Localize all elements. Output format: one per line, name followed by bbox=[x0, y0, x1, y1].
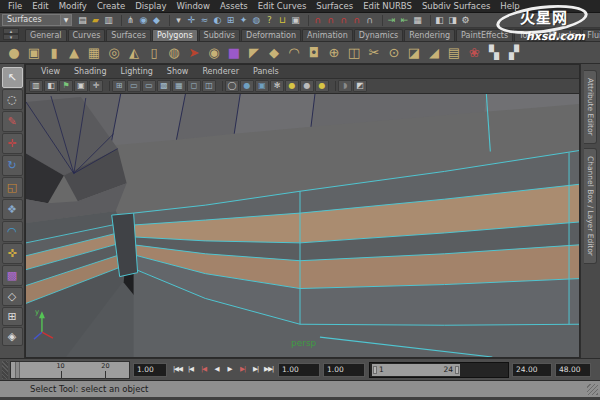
menu-mode-dropdown-icon[interactable]: ▼ bbox=[60, 14, 72, 26]
status-icon-mask-rendering[interactable]: ◍ bbox=[250, 14, 263, 27]
status-icon-mask-miscellaneous[interactable]: ? bbox=[263, 14, 276, 27]
playback-button-step-back-key[interactable]: |◀ bbox=[197, 363, 210, 377]
panel-menu-shading[interactable]: Shading bbox=[67, 68, 114, 76]
current-frame-marker[interactable] bbox=[15, 362, 20, 378]
shelf-icon-merge-vertices[interactable]: ⊙ bbox=[384, 43, 404, 62]
menu-surfaces[interactable]: Surfaces bbox=[311, 2, 358, 11]
shelf-icon-polygon-prism[interactable]: ◭ bbox=[124, 43, 144, 62]
status-icon-construction-history[interactable]: ▦ bbox=[411, 14, 424, 27]
shelf-icon-extrude[interactable]: ◤ bbox=[244, 43, 264, 62]
tool-lasso-select-tool[interactable]: ◌ bbox=[2, 89, 23, 110]
panel-toolbar-icon-lights-all[interactable]: ● bbox=[315, 80, 329, 92]
sidebar-tab-attribute-editor[interactable]: Attribute Editor bbox=[584, 70, 597, 144]
playback-end-field[interactable]: 24.00 bbox=[512, 363, 552, 377]
shelf-tab-deformation[interactable]: Deformation bbox=[241, 29, 301, 41]
shelf-icon-polygon-cone[interactable]: ▲ bbox=[64, 43, 84, 62]
shelf-icon-polygon-pipe[interactable]: ▯ bbox=[144, 43, 164, 62]
shelf-icon-split-polygon-tool[interactable]: ✂ bbox=[364, 43, 384, 62]
shelf-tab-dynamics[interactable]: Dynamics bbox=[354, 29, 403, 41]
status-icon-highlight-selection[interactable]: ▣ bbox=[289, 14, 302, 27]
menu-file[interactable]: File bbox=[3, 2, 27, 11]
menu-mode-selector[interactable]: Surfaces bbox=[2, 14, 60, 26]
panel-toolbar-icon-wireframe-display[interactable]: ◯ bbox=[225, 80, 239, 92]
tool-universal-manipulator-tool[interactable]: ❖ bbox=[2, 199, 23, 220]
menu-display[interactable]: Display bbox=[130, 2, 171, 11]
sidebar-tab-channel-box-layer-editor[interactable]: Channel Box / Layer Editor bbox=[584, 148, 597, 264]
range-slider[interactable]: 1 24 bbox=[369, 362, 509, 378]
status-icon-mask-points[interactable]: ✛ bbox=[185, 14, 198, 27]
shelf-icon-polygon-torus[interactable]: ◎ bbox=[104, 43, 124, 62]
status-icon-input-connections[interactable]: ⇥ bbox=[385, 14, 398, 27]
playback-button-step-forward-frame[interactable]: ▶| bbox=[249, 363, 262, 377]
tool-select-tool[interactable]: ↖ bbox=[2, 67, 23, 88]
menu-edit-nurbs[interactable]: Edit NURBS bbox=[358, 2, 417, 11]
status-icon-mask-dropdown[interactable]: ▾ bbox=[172, 14, 185, 27]
status-icon-snap-to-point[interactable]: ∩ bbox=[337, 14, 350, 27]
current-time-field[interactable]: 1.00 bbox=[133, 363, 167, 377]
panel-toolbar-icon-shadows[interactable]: ◗ bbox=[338, 80, 352, 92]
shelf-icon-separate[interactable]: ◫ bbox=[344, 43, 364, 62]
shelf-tab-animation[interactable]: Animation bbox=[302, 29, 353, 41]
shelf-icon-polygon-cylinder[interactable]: ▮ bbox=[44, 43, 64, 62]
panel-toolbar-icon-camera-attributes[interactable]: ◧ bbox=[44, 80, 58, 92]
range-start-grip[interactable] bbox=[373, 366, 377, 374]
playback-button-go-to-start[interactable]: |◀◀ bbox=[171, 363, 184, 377]
playback-button-step-back-frame[interactable]: |◀ bbox=[184, 363, 197, 377]
time-slider[interactable]: 10 20 bbox=[10, 361, 130, 379]
window-resize-grip[interactable] bbox=[587, 384, 598, 395]
panel-toolbar-icon-image-plane[interactable]: ▣ bbox=[74, 80, 88, 92]
panel-menu-lighting[interactable]: Lighting bbox=[113, 68, 159, 76]
shelf-icon-polygon-cube[interactable]: ▣ bbox=[24, 43, 44, 62]
status-icon-mask-surfaces[interactable]: ◐ bbox=[211, 14, 224, 27]
status-icon-render-settings[interactable]: ⚙ bbox=[459, 14, 472, 27]
status-icon-open-scene[interactable]: ▰ bbox=[89, 14, 102, 27]
status-icon-mask-deformations[interactable]: ⊞ bbox=[224, 14, 237, 27]
panel-menu-view[interactable]: View bbox=[34, 68, 67, 76]
panel-toolbar-icon-safe-action[interactable]: ◻ bbox=[187, 80, 201, 92]
panel-toolbar-icon-safe-title[interactable]: ◫ bbox=[202, 80, 216, 92]
panel-menu-panels[interactable]: Panels bbox=[246, 68, 286, 76]
panel-toolbar-icon-grid[interactable]: ⊞ bbox=[112, 80, 126, 92]
viewport-3d-scene[interactable]: persp y bbox=[26, 94, 579, 357]
panel-toolbar-icon-select-camera[interactable]: ▥ bbox=[29, 80, 43, 92]
panel-toolbar-icon-field-chart[interactable]: ▦ bbox=[172, 80, 186, 92]
shelf-icon-boolean-union[interactable]: ◘ bbox=[304, 43, 324, 62]
shelf-tab-subdivs[interactable]: Subdivs bbox=[199, 29, 240, 41]
shelf-tab-rendering[interactable]: Rendering bbox=[404, 29, 455, 41]
panel-toolbar-icon-textured-display[interactable]: ▣ bbox=[255, 80, 269, 92]
status-icon-snap-to-view-plane[interactable]: ∩ bbox=[350, 14, 363, 27]
shelf-icon-polygon-helix[interactable]: ◍ bbox=[164, 43, 184, 62]
status-icon-save-scene[interactable]: ▥ bbox=[102, 14, 115, 27]
range-end-grip[interactable] bbox=[455, 366, 459, 374]
status-icon-new-scene[interactable]: ▤ bbox=[76, 14, 89, 27]
status-icon-mask-curves[interactable]: ≈ bbox=[198, 14, 211, 27]
status-icon-ipr-render[interactable]: ◨ bbox=[446, 14, 459, 27]
panel-toolbar-icon-smooth-shade-display[interactable]: ● bbox=[240, 80, 254, 92]
shelf-icon-wedge-face[interactable]: ◢ bbox=[424, 43, 444, 62]
playback-button-step-forward-key[interactable]: ▶| bbox=[236, 363, 249, 377]
status-icon-snap-to-curve[interactable]: ∩ bbox=[324, 14, 337, 27]
layout-button-four-pane-layout[interactable]: ⊞ bbox=[2, 307, 23, 326]
tool-move-tool[interactable]: ✛ bbox=[2, 133, 23, 154]
shelf-tab-fluids[interactable]: Fluids bbox=[582, 29, 600, 41]
menu-subdiv-surfaces[interactable]: Subdiv Surfaces bbox=[417, 2, 495, 11]
menu-assets[interactable]: Assets bbox=[215, 2, 253, 11]
menu-window[interactable]: Window bbox=[171, 2, 215, 11]
status-icon-select-by-object-type[interactable]: ◉ bbox=[137, 14, 150, 27]
panel-toolbar-icon-two-d-pan-zoom[interactable]: ✛ bbox=[89, 80, 103, 92]
shelf-icon-bevel[interactable]: ◆ bbox=[264, 43, 284, 62]
status-icon-snap-to-grid[interactable]: ∩ bbox=[311, 14, 324, 27]
status-icon-lock-selection[interactable]: ⊔ bbox=[276, 14, 289, 27]
tool-scale-tool[interactable]: ◱ bbox=[2, 177, 23, 198]
panel-toolbar-icon-use-default-material[interactable]: ✻ bbox=[270, 80, 284, 92]
status-icon-mask-dynamics[interactable]: ✦ bbox=[237, 14, 250, 27]
panel-menu-show[interactable]: Show bbox=[160, 68, 196, 76]
playback-start-field[interactable]: 1.00 bbox=[323, 363, 365, 377]
shelf-icon-duplicate-face[interactable]: ▤ bbox=[444, 43, 464, 62]
status-icon-select-by-component-type[interactable]: ◆ bbox=[150, 14, 163, 27]
shelf-icon-polygon-plane[interactable]: ▦ bbox=[84, 43, 104, 62]
shelf-icon-smooth[interactable]: ◉ bbox=[204, 43, 224, 62]
menu-edit-curves[interactable]: Edit Curves bbox=[253, 2, 312, 11]
playback-button-go-to-end[interactable]: ▶▶| bbox=[262, 363, 275, 377]
shelf-tab-surfaces[interactable]: Surfaces bbox=[106, 29, 151, 41]
